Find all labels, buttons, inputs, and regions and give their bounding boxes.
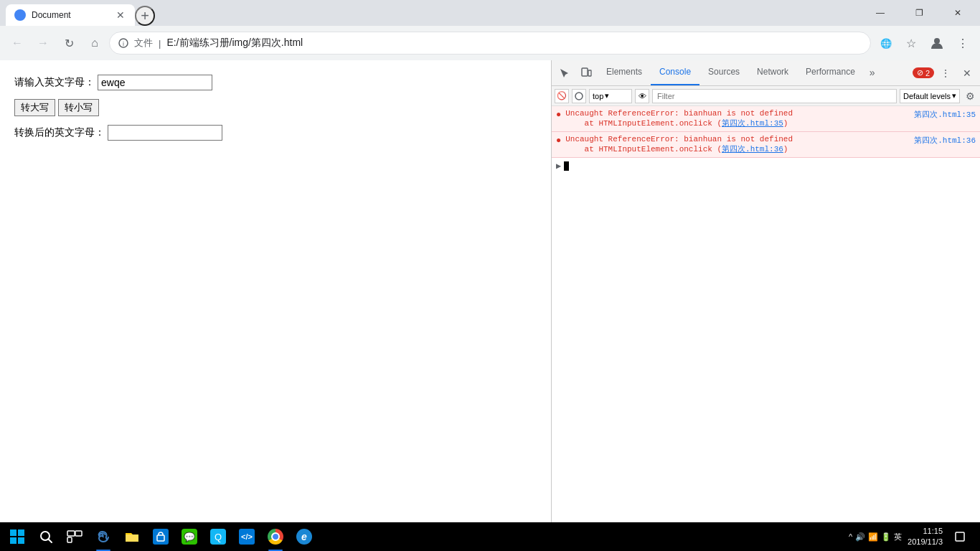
uppercase-button[interactable]: 转大写 <box>14 99 55 116</box>
tab-overflow-button[interactable]: » <box>864 60 881 85</box>
error-link-1[interactable]: 第四次.html:35 <box>722 119 783 128</box>
error-file-link-2[interactable]: 第四次.html:36 <box>914 135 976 146</box>
tab-performance[interactable]: Performance <box>797 60 864 85</box>
devtools-more-button[interactable]: ⋮ <box>936 63 956 83</box>
tab-sources[interactable]: Sources <box>699 60 748 85</box>
devtools-right-actions: ⊘ 2 ⋮ ✕ <box>913 63 977 83</box>
svg-point-4 <box>934 38 940 44</box>
error-link-2[interactable]: 第四次.html:36 <box>722 145 783 154</box>
error-content-2: Uncaught ReferenceError: bianhuan is not… <box>565 135 910 154</box>
error-count: 2 <box>925 69 930 77</box>
letter-input[interactable] <box>98 75 212 90</box>
svg-rect-8 <box>10 529 17 536</box>
wechat-taskbar-item[interactable]: 💬 <box>175 522 204 551</box>
vscode-taskbar-item[interactable]: </> <box>232 522 261 551</box>
back-button[interactable]: ← <box>6 32 29 55</box>
network-icon: ^ <box>849 532 852 541</box>
output-input[interactable] <box>108 125 222 141</box>
error-badge: ⊘ 2 <box>913 67 934 78</box>
device-icon <box>580 67 592 79</box>
store-taskbar-item[interactable] <box>146 522 175 551</box>
bookmark-button[interactable]: ☆ <box>900 32 923 55</box>
inspect-element-button[interactable] <box>555 63 575 83</box>
tab-network[interactable]: Network <box>748 60 797 85</box>
address-path: E:/前端练习册/img/第四次.html <box>166 37 303 50</box>
vscode-icon: </> <box>239 529 255 545</box>
tab-title: Document <box>32 10 71 20</box>
speaker-icon[interactable]: 🔊 <box>855 532 865 542</box>
ie-icon: e <box>296 529 312 545</box>
window-controls: — ❐ ✕ <box>864 0 974 26</box>
devtools-close-button[interactable]: ✕ <box>957 63 977 83</box>
console-prompt[interactable]: ▶ <box>552 158 980 174</box>
minimize-button[interactable]: — <box>864 0 897 26</box>
address-bar[interactable]: i 文件 | E:/前端练习册/img/第四次.html <box>109 32 871 55</box>
error-stack-2: at HTMLInputElement.onclick (第四次.html:36… <box>565 143 910 154</box>
svg-point-0 <box>17 11 24 19</box>
forward-button[interactable]: → <box>32 32 55 55</box>
start-button[interactable] <box>3 522 32 551</box>
ie-taskbar-item[interactable]: e <box>290 522 319 551</box>
explorer-taskbar-item[interactable] <box>118 522 146 551</box>
eye-button[interactable]: 👁 <box>635 89 649 103</box>
account-icon <box>930 37 943 50</box>
svg-rect-6 <box>588 70 591 76</box>
level-value: Default levels <box>903 92 951 100</box>
devtools-tabs: Elements Console Sources Network Perform… <box>598 60 911 85</box>
new-tab-button[interactable]: + <box>135 6 155 26</box>
task-view-icon <box>67 529 83 545</box>
prompt-arrow-icon: ▶ <box>556 161 561 171</box>
tab-close-button[interactable]: ✕ <box>115 9 126 21</box>
edge-taskbar-item[interactable] <box>89 522 118 551</box>
qq-icon: Q <box>210 529 226 545</box>
context-dropdown-icon: ▾ <box>605 91 609 100</box>
clear-console-button[interactable]: 🚫 <box>555 89 569 103</box>
address-separator: | <box>159 38 161 49</box>
svg-rect-18 <box>956 532 964 541</box>
devtools-toolbar: Elements Console Sources Network Perform… <box>552 60 980 86</box>
notification-icon <box>954 531 966 542</box>
clock-time: 11:15 <box>908 526 943 537</box>
taskbar: 💬 Q </> e ^ 🔊 📶 🔋 英 11:15 2019/11/3 <box>0 522 980 551</box>
page-content: 请输入英文字母： 转大写 转小写 转换后的英文字母： <box>0 60 551 551</box>
network-wifi-icon[interactable]: 📶 <box>868 532 878 542</box>
preserve-log-button[interactable] <box>572 89 586 103</box>
maximize-button[interactable]: ❐ <box>903 0 936 26</box>
close-button[interactable]: ✕ <box>941 0 974 26</box>
clock-date: 2019/11/3 <box>908 537 943 547</box>
console-toolbar: 🚫 top ▾ 👁 Default levels ▾ ⚙ <box>552 86 980 106</box>
translate-button[interactable]: 🌐 <box>874 32 897 55</box>
chrome-taskbar-item[interactable] <box>261 522 290 551</box>
device-toolbar-button[interactable] <box>576 63 596 83</box>
cursor-blink <box>564 161 569 171</box>
console-output: ● Uncaught ReferenceError: bianhuan is n… <box>552 106 980 551</box>
search-button[interactable] <box>32 522 60 551</box>
more-button[interactable]: ⋮ <box>951 32 974 55</box>
refresh-button[interactable]: ↻ <box>57 32 80 55</box>
tab-console[interactable]: Console <box>651 60 699 85</box>
svg-rect-14 <box>67 531 75 536</box>
error-file-link-1[interactable]: 第四次.html:35 <box>914 109 976 120</box>
svg-rect-16 <box>67 537 72 542</box>
home-button[interactable]: ⌂ <box>83 32 106 55</box>
nav-actions: 🌐 ☆ ⋮ <box>874 32 974 55</box>
button-row: 转大写 转小写 <box>14 99 537 116</box>
level-selector[interactable]: Default levels ▾ <box>900 89 960 103</box>
task-view-button[interactable] <box>60 522 89 551</box>
context-selector[interactable]: top ▾ <box>589 89 632 103</box>
battery-icon[interactable]: 🔋 <box>881 532 891 542</box>
taskbar-right: ^ 🔊 📶 🔋 英 11:15 2019/11/3 <box>849 525 977 548</box>
error-circle-icon-2: ● <box>556 136 561 146</box>
folder-icon <box>124 529 140 545</box>
notification-center-button[interactable] <box>948 525 971 548</box>
account-button[interactable] <box>925 32 948 55</box>
qq-taskbar-item[interactable]: Q <box>204 522 232 551</box>
filter-input[interactable] <box>652 89 897 103</box>
svg-rect-17 <box>157 535 164 541</box>
console-settings-button[interactable]: ⚙ <box>963 89 977 103</box>
tab-elements[interactable]: Elements <box>598 60 651 85</box>
cursor-icon <box>559 67 570 79</box>
active-tab[interactable]: Document ✕ <box>6 4 135 26</box>
ime-icon[interactable]: 英 <box>894 532 902 542</box>
lowercase-button[interactable]: 转小写 <box>58 99 99 116</box>
